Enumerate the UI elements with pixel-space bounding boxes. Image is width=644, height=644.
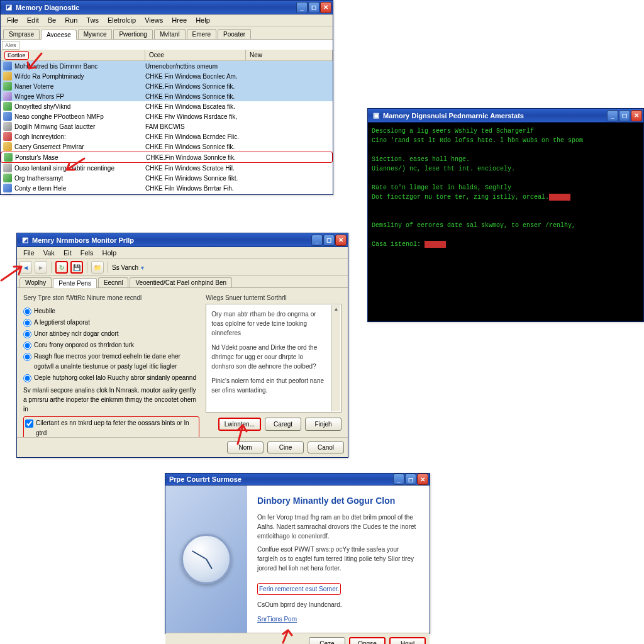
menu-eletrolcip[interactable]: Eletrolcip xyxy=(104,16,140,25)
wizard-window: Prpe Courtrt Surmose _ ◻ ✕ Dinbory Minan… xyxy=(165,473,430,634)
item-name: Org tnathersamyt xyxy=(14,175,63,182)
item-desc: CHKE Fin Winidows Sonnice fikt. xyxy=(145,175,246,182)
window-title: Memry Nrnmbors Monitor Prllp xyxy=(32,236,134,244)
section-label: Ales xyxy=(2,41,19,50)
list-item[interactable]: Orrtl onne drbtue hgte poorle Porioation… xyxy=(1,193,333,194)
list-item[interactable]: Onoyrlted shy/VikndCHKE Fin Windowa Bsca… xyxy=(1,101,333,111)
tab-2[interactable]: Mywnce xyxy=(78,29,113,39)
file-icon xyxy=(3,174,12,182)
minimize-button[interactable]: _ xyxy=(311,235,323,246)
menu-views[interactable]: Views xyxy=(141,16,167,25)
list-item[interactable]: Org tnathersamytCHKE Fin Winidows Sonnic… xyxy=(1,173,333,183)
menu-be[interactable]: Be xyxy=(44,16,60,25)
option-item[interactable]: A legptierst ofaporat xyxy=(23,318,199,328)
menu-file[interactable]: File xyxy=(3,16,22,25)
titlebar[interactable]: ◩ Memry Nrnmbors Monitor Prllp _ ◻ ✕ xyxy=(17,233,348,247)
menu-hree[interactable]: Hree xyxy=(168,16,191,25)
console-icon: ▣ xyxy=(372,111,380,120)
option-item[interactable]: Rasgh flue mecros yoor tremcd eeheln tie… xyxy=(23,352,199,372)
maximize-button[interactable]: ◻ xyxy=(323,235,335,246)
forward-button[interactable]: ► xyxy=(35,261,47,274)
ongse-button[interactable]: Ongse xyxy=(349,637,386,644)
folder-button[interactable]: 📁 xyxy=(91,261,104,274)
list-item[interactable]: Conty e tlenn HeleCHKE Filn Windows Brrr… xyxy=(1,183,333,193)
tab-4[interactable]: Mvltanl xyxy=(154,29,186,39)
minimize-button[interactable]: _ xyxy=(607,110,618,121)
terminal-line: Casa istenol: XXX xyxy=(372,240,640,249)
list-item[interactable]: Ouso lentanil sinrgri labtir ncentingeCH… xyxy=(1,163,333,173)
option-item[interactable]: Heublle xyxy=(23,306,199,316)
tab-3[interactable]: Veoentied/Cat Pael onhpind Ben xyxy=(130,277,232,287)
titlebar[interactable]: Prpe Courtrt Surmose _ ◻ ✕ xyxy=(165,474,430,486)
menu-run[interactable]: Run xyxy=(61,16,81,25)
list-item[interactable]: Dogilh Mimwng Gaat lauctterFAM BKCWIS xyxy=(1,121,333,131)
option-input[interactable] xyxy=(23,319,31,327)
menu-help[interactable]: Help xyxy=(192,16,214,25)
close-button[interactable]: ✕ xyxy=(320,2,331,13)
item-desc: CHKE Fin Windowa Bcrndec Fiic. xyxy=(145,133,246,140)
list-item[interactable]: Caery Gnserrect PmvirarCHKE Fin Windows … xyxy=(1,142,333,152)
menu-vak[interactable]: Vak xyxy=(40,248,58,257)
middle-text: Sv mlanli secpore analins clok ln Nmrask… xyxy=(23,386,199,414)
option-input[interactable] xyxy=(23,330,31,338)
tabbar: Smprase Avoeese Mywnce Pwertiong Mvltanl… xyxy=(1,26,333,40)
option-item[interactable]: Oeple hutphorg ookel lalo Ruuchy abror s… xyxy=(23,373,199,383)
item-name: Onoyrlted shy/Viknd xyxy=(14,103,70,110)
menu-help[interactable]: Holp xyxy=(99,248,121,257)
tab-2[interactable]: Eecnnl xyxy=(98,277,129,287)
close-button[interactable]: ✕ xyxy=(417,474,428,485)
list-item[interactable]: Wngee Whors FPCHKE Fin Windows Sonnice f… xyxy=(1,91,333,101)
menu-edit[interactable]: Edit xyxy=(23,16,43,25)
save-button[interactable]: 💾 xyxy=(70,261,83,274)
menu-fels[interactable]: Fels xyxy=(77,248,97,257)
list-item[interactable]: Neao conghe PPootbeon NMFpCHKE Fhv Windo… xyxy=(1,111,333,121)
minimize-button[interactable]: _ xyxy=(296,2,308,13)
maximize-button[interactable]: ◻ xyxy=(405,474,416,485)
col-new[interactable]: New xyxy=(246,50,333,60)
tab-5[interactable]: Emere xyxy=(187,29,216,39)
list-item[interactable]: MohtMatred bis Dimmnr BancUrnenobor/nctt… xyxy=(1,61,333,71)
list-item[interactable]: Cogh Incnreytdon:CHKE Fin Windowa Bcrnde… xyxy=(1,131,333,142)
option-item[interactable]: Unor atinbey nclr dogar cndort xyxy=(23,329,199,339)
close-button[interactable]: ✕ xyxy=(631,110,642,121)
menu-eit[interactable]: Eit xyxy=(60,248,75,257)
option-input[interactable] xyxy=(25,419,33,428)
tab-6[interactable]: Pooater xyxy=(218,29,251,39)
menu-file[interactable]: File xyxy=(19,248,38,257)
option-item[interactable]: Coru frony onporod os thrrlrdon turk xyxy=(23,340,199,350)
wizard-link-primary[interactable]: Ferin remercent esut Sorner. xyxy=(257,583,341,595)
file-icon xyxy=(3,92,12,101)
terminal-output[interactable]: Descslong a lig seers Wshily ted Scharge… xyxy=(368,123,643,321)
col-desc[interactable]: Ocee xyxy=(145,50,246,60)
list-item[interactable]: Wifdo Ra PomphtminadyCHKE Fin Windowa Bo… xyxy=(1,71,333,81)
dropdown-icon[interactable]: ▾ xyxy=(141,264,144,271)
button-2[interactable]: Caregt xyxy=(265,418,301,431)
option-input[interactable] xyxy=(23,308,31,316)
maximize-button[interactable]: ◻ xyxy=(308,2,319,13)
option-input[interactable] xyxy=(23,353,31,361)
tab-1[interactable]: Avoeese xyxy=(41,30,77,40)
howl-button[interactable]: Howl xyxy=(389,637,426,644)
tab-0[interactable]: Smprase xyxy=(3,29,40,39)
list-item[interactable]: Ponstur's MaseCHKE.Fin Windowa Sonnlce f… xyxy=(1,152,333,163)
minimize-button[interactable]: _ xyxy=(393,474,404,485)
option-input[interactable] xyxy=(23,374,31,382)
menu-tws[interactable]: Tws xyxy=(82,16,103,25)
tab-3[interactable]: Pwertiong xyxy=(113,29,152,39)
canol-button[interactable]: Canol xyxy=(308,441,344,453)
titlebar[interactable]: ▣ Mamory Dignsnulsi Pednmarnic Amerstats… xyxy=(368,109,643,123)
window-title: Memory Diagnostic xyxy=(16,4,79,11)
tab-1[interactable]: Pente Pens xyxy=(53,278,97,288)
option-input[interactable] xyxy=(23,341,31,350)
terminal-line xyxy=(372,230,640,240)
scrollbar[interactable]: ▲ xyxy=(331,305,340,411)
close-button[interactable]: ✕ xyxy=(335,235,347,246)
refresh-button[interactable]: ↻ xyxy=(55,261,68,274)
button-3[interactable]: Finjeh xyxy=(305,418,341,431)
maximize-button[interactable]: ◻ xyxy=(619,110,630,121)
cine-button[interactable]: Cine xyxy=(267,441,304,453)
wizard-link-secondary[interactable]: SnrTions Pom xyxy=(257,614,419,624)
list-item[interactable]: Naner VoterreCHKE.Fin Windows Sonnice fi… xyxy=(1,81,333,91)
titlebar[interactable]: ◪ Memory Diagnostic _ ◻ ✕ xyxy=(1,1,333,14)
ceze-button[interactable]: Ceze xyxy=(309,637,345,644)
